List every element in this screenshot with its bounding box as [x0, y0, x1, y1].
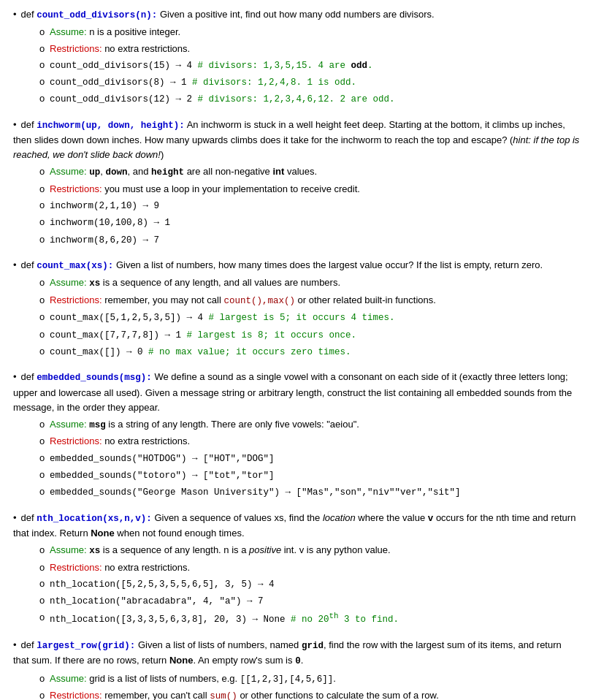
list-item: inchworm(8,6,20) → 7	[39, 232, 580, 248]
list-item: Assume: msg is a string of any length. T…	[39, 417, 580, 433]
section-header-count_max: •def count_max(xs): Given a list of numb…	[13, 258, 580, 273]
section-nth_location: •def nth_location(xs,n,v): Given a seque…	[13, 511, 580, 628]
section-largest_row: •def largest_row(grid): Given a list of …	[13, 638, 580, 700]
list-item: Restrictions: no extra restrictions.	[39, 560, 580, 575]
list-item: nth_location([3,3,3,5,6,3,8], 20, 3) → N…	[39, 610, 580, 628]
list-item: embedded_sounds("HOTDOG") → ["HOT","DOG"…	[39, 451, 580, 466]
list-item: Assume: up, down, and height are all non…	[39, 164, 580, 180]
list-item: nth_location("abracadabra", 4, "a") → 7	[39, 593, 580, 609]
sub-list-count_odd_divisors: Assume: n is a positive integer.Restrict…	[39, 25, 580, 107]
sub-list-nth_location: Assume: xs is a sequence of any length. …	[39, 543, 580, 628]
section-header-nth_location: •def nth_location(xs,n,v): Given a seque…	[13, 511, 580, 541]
list-item: embedded_sounds("totoro") → ["tot","tor"…	[39, 468, 580, 483]
list-item: count_odd_divisors(8) → 1 # divisors: 1,…	[39, 75, 580, 90]
section-inchworm: •def inchworm(up, down, height): An inch…	[13, 118, 580, 248]
list-item: count_odd_divisors(15) → 4 # divisors: 1…	[39, 58, 580, 73]
section-header-inchworm: •def inchworm(up, down, height): An inch…	[13, 118, 580, 163]
list-item: Restrictions: no extra restrictions.	[39, 434, 580, 449]
list-item: Restrictions: remember, you can't call s…	[39, 688, 580, 700]
sub-list-count_max: Assume: xs is a sequence of any length, …	[39, 275, 580, 359]
section-count_odd_divisors: •def count_odd_divisors(n): Given a posi…	[13, 7, 580, 107]
section-count_max: •def count_max(xs): Given a list of numb…	[13, 258, 580, 359]
list-item: Restrictions: remember, you may not call…	[39, 293, 580, 308]
section-header-largest_row: •def largest_row(grid): Given a list of …	[13, 638, 580, 669]
section-header-embedded_sounds: •def embedded_sounds(msg): We define a s…	[13, 370, 580, 415]
list-item: count_max([7,7,7,8]) → 1 # largest is 8;…	[39, 327, 580, 343]
list-item: inchworm(2,1,10) → 9	[39, 198, 580, 213]
list-item: count_odd_divisors(12) → 2 # divisors: 1…	[39, 91, 580, 107]
sub-list-largest_row: Assume: grid is a list of lists of numbe…	[39, 672, 580, 700]
section-embedded_sounds: •def embedded_sounds(msg): We define a s…	[13, 370, 580, 500]
sub-list-inchworm: Assume: up, down, and height are all non…	[39, 164, 580, 248]
list-item: Assume: xs is a sequence of any length. …	[39, 543, 580, 558]
list-item: Restrictions: no extra restrictions.	[39, 42, 580, 56]
list-item: Assume: n is a positive integer.	[39, 25, 580, 39]
list-item: inchworm(10,100,8) → 1	[39, 215, 580, 230]
list-item: embedded_sounds("George Mason University…	[39, 484, 580, 500]
list-item: Assume: grid is a list of lists of numbe…	[39, 672, 580, 687]
list-item: Assume: xs is a sequence of any length, …	[39, 275, 580, 291]
list-item: count_max([]) → 0 # no max value; it occ…	[39, 344, 580, 359]
list-item: Restrictions: you must use a loop in you…	[39, 182, 580, 197]
content: •def count_odd_divisors(n): Given a posi…	[13, 7, 580, 700]
list-item: nth_location([5,2,5,3,5,5,6,5], 3, 5) → …	[39, 577, 580, 592]
section-header-count_odd_divisors: •def count_odd_divisors(n): Given a posi…	[13, 7, 580, 23]
sub-list-embedded_sounds: Assume: msg is a string of any length. T…	[39, 417, 580, 501]
list-item: count_max([5,1,2,5,3,5]) → 4 # largest i…	[39, 310, 580, 325]
